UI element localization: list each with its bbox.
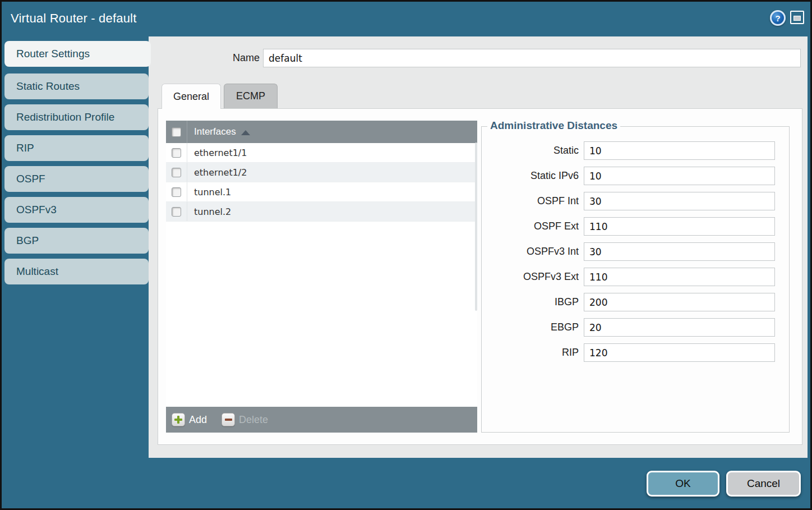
sidebar-item-label: Redistribution Profile [16,111,114,123]
field-label: IBGP [482,296,584,308]
field-row-ospf-int: OSPF Int [482,192,789,210]
field-row-ibgp: IBGP [482,293,789,311]
sort-ascending-icon [241,130,250,135]
ok-button-label: OK [675,477,690,490]
sidebar-item-router-settings[interactable]: Router Settings [4,41,151,67]
sidebar-item-ospfv3[interactable]: OSPFv3 [4,197,149,223]
name-input[interactable] [263,49,801,67]
interface-name: ethernet1/2 [194,167,247,178]
delete-minus-icon [222,413,235,426]
header-checkbox-cell [166,121,187,143]
ebgp-input[interactable] [584,318,775,337]
sidebar-item-rip[interactable]: RIP [4,135,149,161]
row-checkbox-cell [166,182,187,201]
sidebar-item-label: Multicast [16,265,58,278]
tab-ecmp[interactable]: ECMP [224,84,278,108]
static-ipv6-input[interactable] [584,167,775,185]
select-all-checkbox[interactable] [172,127,181,137]
field-row-ospf-ext: OSPF Ext [482,217,789,236]
field-row-ospfv3-ext: OSPFv3 Ext [482,268,789,286]
table-footer-toolbar: Add Delete [166,407,477,433]
ibgp-input[interactable] [584,293,775,311]
ospf-ext-input[interactable] [584,217,775,236]
sidebar-item-multicast[interactable]: Multicast [4,259,149,284]
field-label: Static IPv6 [482,170,584,182]
sidebar-item-label: Router Settings [16,48,90,60]
ospfv3-ext-input[interactable] [584,268,775,286]
interfaces-table: Interfaces ethernet1/1 ethernet1/2 tunne… [166,121,477,433]
window-restore-icon[interactable] [790,11,804,24]
field-row-static-ipv6: Static IPv6 [482,167,789,185]
interface-name: tunnel.2 [194,206,231,217]
cancel-button-label: Cancel [747,477,780,490]
help-icon[interactable]: ? [770,10,786,26]
sidebar-item-bgp[interactable]: BGP [4,228,149,254]
rip-input[interactable] [584,343,775,362]
cancel-button[interactable]: Cancel [726,471,801,497]
add-button-label: Add [189,414,207,426]
add-plus-icon [172,413,185,426]
dialog-titlebar: Virtual Router - default ? [2,2,810,35]
static-input[interactable] [584,141,775,160]
tab-general[interactable]: General [162,84,221,109]
field-label: OSPF Ext [482,220,584,232]
window-restore-icon-inner [793,16,801,21]
row-checkbox-cell [166,143,187,162]
sidebar-item-static-routes[interactable]: Static Routes [4,73,149,99]
add-button[interactable]: Add [172,413,207,426]
sidebar-item-label: Static Routes [16,80,80,93]
field-row-ospfv3-int: OSPFv3 Int [482,242,789,261]
sidebar-item-label: RIP [16,142,34,154]
dialog-title: Virtual Router - default [11,11,137,26]
delete-button-label: Delete [239,414,268,426]
table-row[interactable]: ethernet1/1 [166,143,477,163]
interfaces-header-row[interactable]: Interfaces [166,121,477,143]
interface-name: ethernet1/1 [194,148,247,158]
field-label: EBGP [482,321,584,333]
field-label: RIP [482,347,584,359]
table-empty-area [166,222,477,407]
ospf-int-input[interactable] [584,192,775,210]
row-checkbox[interactable] [172,168,181,177]
field-label: Static [482,145,584,157]
field-row-rip: RIP [482,343,789,362]
fieldset-legend: Administrative Distances [487,120,620,132]
interfaces-column-header: Interfaces [194,126,236,137]
field-label: OSPF Int [482,195,584,207]
sidebar-item-label: OSPF [16,173,45,185]
ospfv3-int-input[interactable] [584,242,775,261]
table-row[interactable]: tunnel.2 [166,202,477,222]
interface-name: tunnel.1 [194,187,231,197]
field-row-ebgp: EBGP [482,318,789,337]
ok-button[interactable]: OK [647,471,719,497]
table-scrollbar[interactable] [475,143,477,311]
sidebar-item-redistribution-profile[interactable]: Redistribution Profile [4,104,149,130]
sidebar-item-label: BGP [16,235,39,247]
field-row-static: Static [482,141,789,160]
virtual-router-dialog: Virtual Router - default ? Router Settin… [0,0,812,510]
row-checkbox[interactable] [172,207,181,217]
tab-label: ECMP [236,90,265,102]
field-label: OSPFv3 Ext [482,271,584,283]
name-label: Name [187,52,260,64]
tab-label: General [173,91,209,103]
field-label: OSPFv3 Int [482,246,584,258]
row-checkbox-cell [166,202,187,221]
table-row[interactable]: tunnel.1 [166,182,477,202]
delete-button[interactable]: Delete [222,413,268,426]
table-row[interactable]: ethernet1/2 [166,163,477,182]
sidebar-item-ospf[interactable]: OSPF [4,166,149,192]
row-checkbox[interactable] [172,148,181,158]
sidebar-item-label: OSPFv3 [16,204,57,216]
row-checkbox[interactable] [172,187,181,197]
row-checkbox-cell [166,163,187,182]
administrative-distances-fieldset: Administrative Distances Static Static I… [481,126,790,433]
